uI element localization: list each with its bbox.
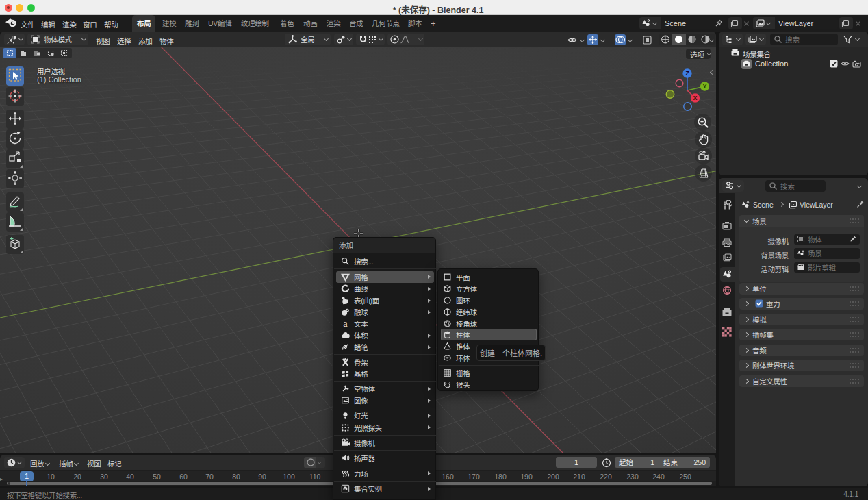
svg-text:Y: Y — [703, 83, 707, 90]
svg-text:a: a — [343, 319, 348, 328]
svg-text:X: X — [693, 95, 698, 101]
svg-text:Z: Z — [685, 70, 689, 77]
